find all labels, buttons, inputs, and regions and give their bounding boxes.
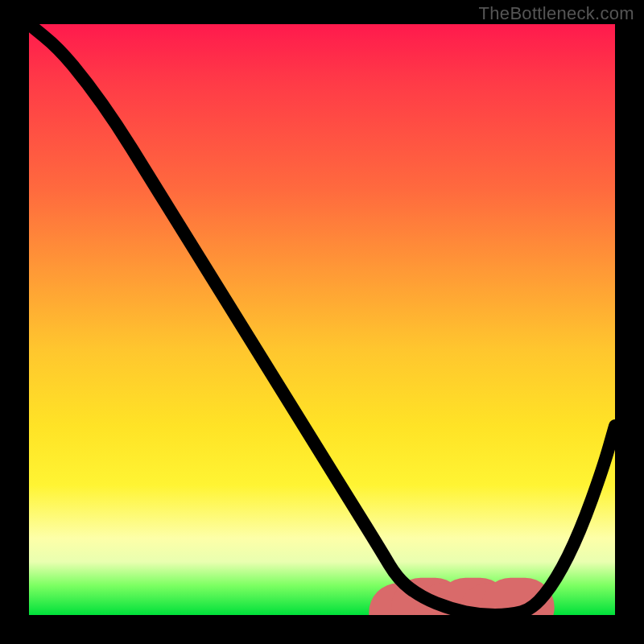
chart-svg: [29, 24, 615, 615]
chart-area: [29, 24, 615, 615]
watermark-text: TheBottleneck.com: [479, 3, 634, 24]
bottleneck-curve: [29, 24, 615, 615]
